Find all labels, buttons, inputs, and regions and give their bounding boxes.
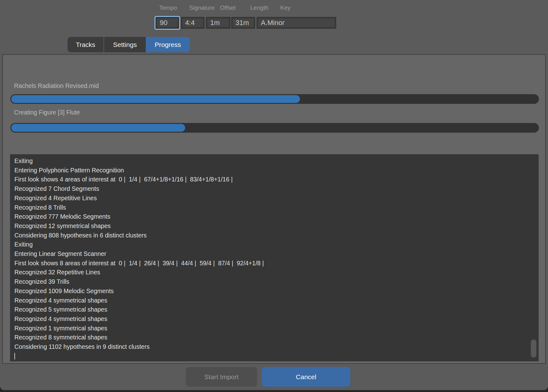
signature-value: 4:4 xyxy=(182,18,203,27)
log-scrollbar-thumb[interactable] xyxy=(531,339,536,358)
log-lines: ExitingEntering Polyphonic Pattern Recog… xyxy=(14,156,529,361)
log-line: First look shows 4 areas of interest at … xyxy=(14,175,529,184)
text-cursor: | xyxy=(14,353,15,359)
log-line: Recognized 4 Repetitive Lines xyxy=(14,194,529,203)
signature-field[interactable]: 4:4 xyxy=(181,17,205,29)
file-progress-bar xyxy=(10,94,539,104)
import-dialog: Tempo Signature Offset Length Key 90 4:4… xyxy=(0,0,548,390)
tempo-value: 90 xyxy=(157,18,178,27)
log-line: Recognized 5 symmetrical shapes xyxy=(14,305,529,314)
length-field[interactable]: 31m xyxy=(231,17,255,29)
key-field[interactable]: A.Minor xyxy=(256,17,336,29)
key-label: Key xyxy=(280,4,291,11)
log-cursor-line: | xyxy=(14,352,529,361)
tab-bar: Tracks Settings Progress xyxy=(68,37,190,52)
length-value: 31m xyxy=(233,18,254,27)
log-line: Exiting xyxy=(14,156,529,166)
tab-settings[interactable]: Settings xyxy=(104,37,146,52)
key-value: A.Minor xyxy=(258,18,335,27)
length-label: Length xyxy=(250,4,268,11)
cancel-button[interactable]: Cancel xyxy=(262,367,350,387)
signature-label: Signature xyxy=(189,4,215,11)
log-line: Recognized 4 symmetrical shapes xyxy=(14,296,529,305)
log-line: Recognized 4 symmetrical shapes xyxy=(14,314,529,324)
task-progress-fill xyxy=(11,124,185,132)
task-progress-bar xyxy=(10,123,539,133)
log-line: Considering 1102 hypotheses in 9 distinc… xyxy=(14,342,529,352)
log-line: Recognized 8 Trills xyxy=(14,203,529,212)
file-progress-fill xyxy=(11,95,300,103)
offset-label: Offset xyxy=(220,4,236,11)
log-line: Recognized 8 symmetrical shapes xyxy=(14,333,529,342)
tempo-label: Tempo xyxy=(159,4,177,11)
log-line: First look shows 8 areas of interest at … xyxy=(14,259,529,268)
log-line: Recognized 1 symmetrical shapes xyxy=(14,324,529,333)
log-line: Considering 808 hypotheses in 6 distinct… xyxy=(14,231,529,240)
progress-panel: Rachels Radiation Revised.mid Creating F… xyxy=(2,54,546,364)
log-line: Entering Polyphonic Pattern Recognition xyxy=(14,166,529,175)
tab-progress[interactable]: Progress xyxy=(146,37,190,52)
import-log[interactable]: ExitingEntering Polyphonic Pattern Recog… xyxy=(10,154,539,361)
log-line: Recognized 777 Melodic Segments xyxy=(14,212,529,221)
import-file-name: Rachels Radiation Revised.mid xyxy=(14,82,99,89)
log-line: Entering Linear Segment Scanner xyxy=(14,249,529,259)
log-line: Exiting xyxy=(14,240,529,249)
log-line: Recognized 7 Chord Segments xyxy=(14,184,529,194)
offset-value: 1m xyxy=(207,18,229,27)
start-import-button[interactable]: Start Import xyxy=(186,367,257,387)
log-line: Recognized 32 Repetitive Lines xyxy=(14,268,529,277)
log-line: Recognized 1009 Melodic Segments xyxy=(14,287,529,296)
tempo-field[interactable]: 90 xyxy=(155,17,179,29)
current-task-label: Creating Figure [3] Flute xyxy=(14,109,80,116)
offset-field[interactable]: 1m xyxy=(206,17,231,29)
tab-tracks[interactable]: Tracks xyxy=(68,37,104,52)
log-line: Recognized 39 Trills xyxy=(14,277,529,287)
log-line: Recognized 12 symmetrical shapes xyxy=(14,221,529,231)
